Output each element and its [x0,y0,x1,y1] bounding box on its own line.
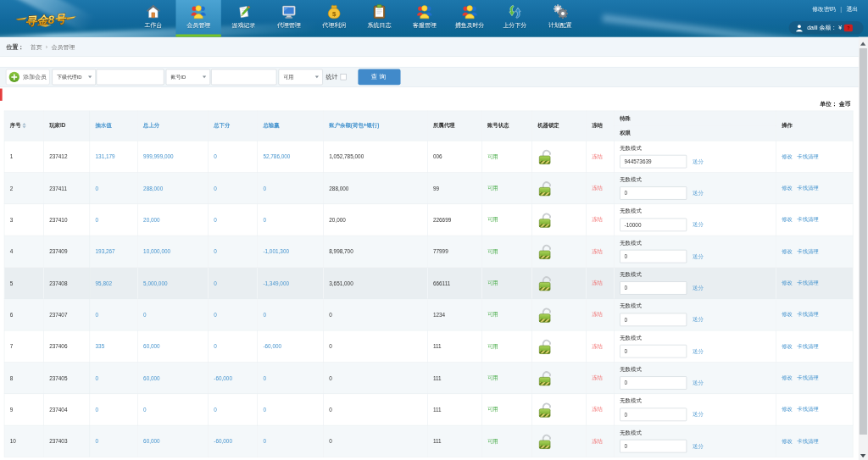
svg-text:$: $ [332,10,337,18]
